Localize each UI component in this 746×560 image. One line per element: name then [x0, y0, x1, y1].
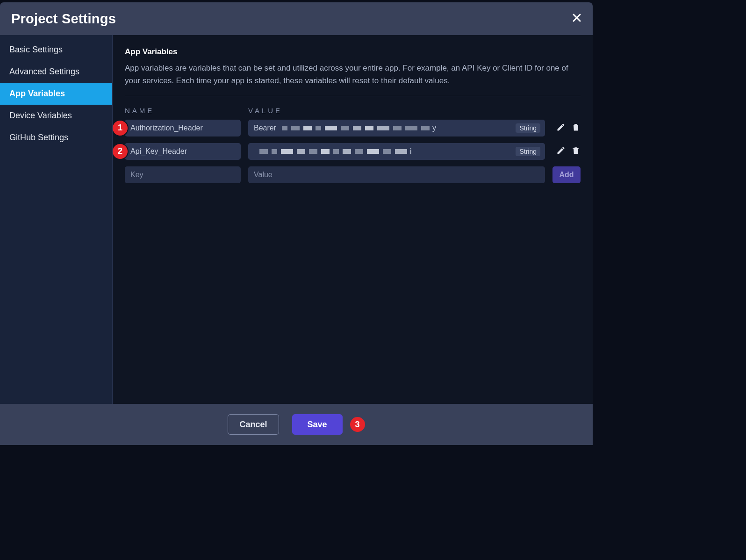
- sidebar-item-basic-settings[interactable]: Basic Settings: [0, 39, 112, 61]
- annotation-marker: 2: [113, 144, 128, 159]
- column-value-label: VALUE: [248, 107, 282, 115]
- settings-sidebar: Basic Settings Advanced Settings App Var…: [0, 35, 113, 404]
- dialog-footer: Cancel Save 3: [0, 404, 593, 445]
- save-button[interactable]: Save: [292, 414, 343, 435]
- close-icon: [571, 12, 582, 25]
- divider: [125, 96, 581, 96]
- close-button[interactable]: [571, 12, 582, 25]
- new-key-placeholder: Key: [130, 171, 143, 179]
- cancel-button[interactable]: Cancel: [228, 414, 279, 435]
- save-button-label: Save: [307, 420, 327, 430]
- sidebar-item-label: Device Variables: [9, 111, 72, 121]
- value-suffix: i: [410, 147, 412, 156]
- variable-value-content: i: [254, 147, 539, 156]
- variable-name-input[interactable]: Api_Key_Header: [125, 143, 241, 160]
- new-value-input[interactable]: Value: [248, 166, 545, 183]
- annotation-marker: 3: [350, 417, 365, 432]
- pencil-icon: [556, 146, 566, 157]
- sidebar-item-label: Basic Settings: [9, 45, 63, 55]
- annotation-marker: 1: [113, 121, 128, 136]
- type-badge: String: [516, 123, 540, 133]
- variable-row: 2 Api_Key_Header i String: [125, 143, 581, 160]
- columns-header: NAME VALUE: [125, 107, 581, 115]
- sidebar-item-github-settings[interactable]: GitHub Settings: [0, 127, 112, 149]
- redacted-value: [282, 126, 430, 130]
- variable-value-input[interactable]: Bearer y String: [248, 120, 545, 136]
- variable-name-input[interactable]: Authorization_Header: [125, 120, 241, 136]
- edit-button[interactable]: [556, 122, 566, 134]
- section-title: App Variables: [125, 47, 581, 57]
- sidebar-item-label: GitHub Settings: [9, 133, 68, 143]
- sidebar-item-app-variables[interactable]: App Variables: [0, 83, 112, 105]
- pencil-icon: [556, 122, 566, 134]
- delete-button[interactable]: [571, 122, 581, 134]
- sidebar-item-label: Advanced Settings: [9, 67, 79, 77]
- edit-button[interactable]: [556, 146, 566, 157]
- sidebar-item-device-variables[interactable]: Device Variables: [0, 105, 112, 127]
- dialog-body: Basic Settings Advanced Settings App Var…: [0, 35, 593, 404]
- row-actions: [552, 122, 581, 134]
- trash-icon: [571, 122, 581, 134]
- cancel-button-label: Cancel: [239, 420, 267, 430]
- main-panel: App Variables App variables are variable…: [113, 35, 593, 404]
- variable-row: 1 Authorization_Header Bearer y String: [125, 120, 581, 136]
- new-variable-row: Key Value Add: [125, 166, 581, 183]
- value-prefix: Bearer: [254, 124, 276, 132]
- section-description: App variables are variables that can be …: [125, 62, 581, 87]
- trash-icon: [571, 146, 581, 157]
- sidebar-item-advanced-settings[interactable]: Advanced Settings: [0, 61, 112, 83]
- dialog-title: Project Settings: [11, 11, 116, 27]
- add-button[interactable]: Add: [552, 166, 581, 183]
- variable-value-content: Bearer y: [254, 124, 539, 132]
- dialog-titlebar: Project Settings: [0, 2, 593, 35]
- variable-name-text: Api_Key_Header: [130, 147, 187, 156]
- column-name-label: NAME: [125, 107, 154, 115]
- variable-name-text: Authorization_Header: [130, 124, 203, 132]
- delete-button[interactable]: [571, 146, 581, 157]
- row-actions: [552, 146, 581, 157]
- new-key-input[interactable]: Key: [125, 166, 241, 183]
- add-button-label: Add: [559, 171, 574, 179]
- variable-value-input[interactable]: i String: [248, 143, 545, 160]
- new-value-placeholder: Value: [254, 171, 273, 179]
- project-settings-dialog: Project Settings Basic Settings Advanced…: [0, 2, 593, 445]
- value-suffix: y: [432, 124, 436, 132]
- sidebar-item-label: App Variables: [9, 89, 65, 99]
- redacted-value: [259, 149, 407, 154]
- type-badge: String: [516, 147, 540, 156]
